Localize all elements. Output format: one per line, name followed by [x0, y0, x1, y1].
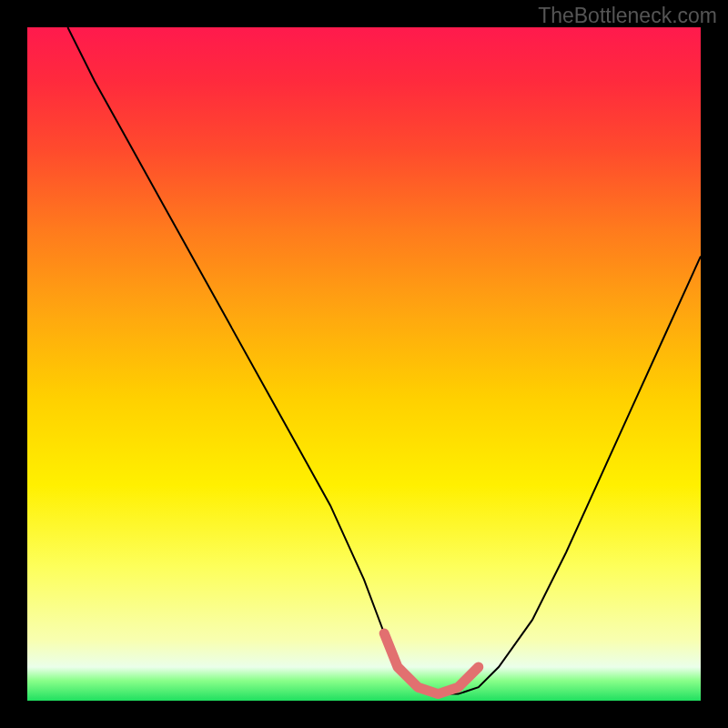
bottleneck-curve — [67, 27, 701, 694]
chart-plot-area — [27, 27, 701, 701]
optimal-range-curve — [384, 633, 479, 694]
chart-svg — [27, 27, 701, 701]
watermark-text: TheBottleneck.com — [538, 4, 717, 28]
